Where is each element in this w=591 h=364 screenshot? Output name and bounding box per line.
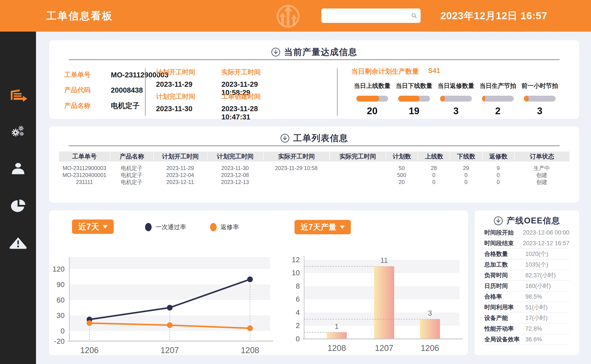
column-header: 订单状态	[514, 152, 569, 161]
metric-progress-fill	[440, 96, 445, 102]
table-cell: 2023-11-29 10:58	[263, 165, 329, 171]
svg-text:30: 30	[57, 312, 65, 319]
warning-icon	[8, 234, 28, 250]
legend-item: 返修率	[210, 223, 239, 231]
circled-down-arrow-icon	[493, 216, 503, 226]
metric-label: 前一小时节拍	[521, 82, 558, 90]
oee-row: 性能开动率72.8%	[484, 324, 569, 334]
table-cell: 0	[418, 179, 450, 185]
table-cell: 创建	[514, 179, 569, 186]
svg-text:1207: 1207	[375, 344, 393, 353]
field-label: 工单单号	[64, 70, 96, 79]
table-cell: 创建	[514, 172, 569, 179]
oee-row: 总加工数1035(个)	[484, 259, 569, 270]
sidebar-item-settings[interactable]	[8, 121, 28, 141]
time-field: 计划开工时间2023-11-29	[156, 68, 221, 89]
metric-value: 20	[367, 105, 378, 116]
daily-metric: 当日下线数量19	[393, 82, 435, 116]
table-cell: 2023-12-04	[153, 172, 207, 178]
table-cell: 2023-12-11	[153, 179, 207, 185]
oee-label: 时间利用率	[484, 303, 525, 311]
output-bar-chart: 0246810121113120812071206	[304, 256, 459, 339]
table-cell: 29	[450, 165, 482, 171]
table-cell: 500	[386, 172, 418, 178]
table-cell: 20	[386, 179, 418, 185]
table-row: MO-23120400001电机定子2023-12-042023-12-0850…	[59, 172, 569, 179]
card-title: 当前产量达成信息	[284, 46, 357, 58]
oee-value: 36.6%	[525, 336, 542, 343]
daily-metric: 当日返修数量3	[435, 82, 477, 116]
card-title: 产线OEE信息	[507, 215, 560, 226]
oee-row: 设备产能17(小时)	[484, 313, 569, 324]
sidebar-item-reports[interactable]	[8, 196, 28, 215]
time-value: 2023-11-30	[156, 105, 221, 113]
field-value: 电机定子	[111, 101, 140, 111]
circled-down-arrow-icon	[280, 133, 290, 143]
svg-text:0: 0	[296, 335, 300, 343]
svg-text:1208: 1208	[327, 344, 346, 353]
field-label: 产品名称	[64, 101, 96, 110]
oee-value: 98.5%	[525, 293, 542, 300]
logo-icon	[274, 3, 302, 30]
column-header: 上线数	[418, 152, 450, 161]
user-icon	[8, 160, 28, 176]
line-chart-legend: 一次通过率返修率	[145, 223, 239, 231]
metric-progress-fill	[524, 96, 529, 102]
search-input[interactable]	[326, 8, 411, 23]
column-header: 返修数	[482, 152, 514, 161]
table-cell: 50	[386, 165, 418, 171]
order-table-body: MO-23112900003电机定子2023-11-292023-11-3020…	[59, 165, 569, 185]
order-table: 工单单号产品名称计划开工时间计划完工时间实际开工时间实际完工时间计划数上线数下线…	[59, 151, 569, 185]
metric-progress-track	[524, 96, 556, 102]
column-header: 产品名称	[110, 152, 153, 161]
svg-text:1207: 1207	[160, 346, 179, 355]
divider	[337, 68, 338, 116]
oee-info-list: 时间段开始2023-12-06 00:00时间段结束2023-12-12 16:…	[484, 227, 569, 345]
time-label: 计划开工时间	[156, 68, 221, 77]
oee-row: 负荷时间82.37(小时)	[484, 270, 569, 281]
svg-text:2: 2	[296, 321, 300, 330]
oee-label: 日历时间	[484, 282, 525, 290]
table-cell: 0	[482, 179, 514, 185]
oee-value: 2023-12-12 16:57	[523, 240, 569, 247]
oee-label: 时间段结束	[484, 239, 523, 247]
svg-text:11: 11	[380, 256, 388, 264]
oee-label: 总加工数	[484, 261, 525, 268]
column-header: 计划开工时间	[153, 152, 207, 161]
svg-text:1206: 1206	[421, 344, 439, 353]
oee-label: 合格率	[484, 293, 525, 301]
table-cell: MO-23112900003	[59, 165, 110, 171]
svg-text:1: 1	[335, 322, 339, 331]
legend-dot	[145, 223, 152, 231]
search-icon[interactable]	[411, 11, 418, 20]
metric-value: 3	[453, 105, 458, 116]
bar-range-dropdown[interactable]: 近7天产量	[294, 220, 351, 234]
current-production-card: 当前产量达成信息 工单单号MO-23112900003产品代码20008438产…	[49, 40, 579, 119]
svg-text:-20: -20	[54, 337, 65, 345]
oee-value: 1020(个)	[525, 250, 548, 258]
app-title: 工单信息看板	[46, 0, 113, 32]
sidebar-item-users[interactable]	[8, 159, 28, 178]
svg-text:8: 8	[296, 282, 300, 290]
oee-row: 时间段结束2023-12-12 16:57	[484, 238, 569, 249]
oee-row: 全局设备效率36.6%	[484, 334, 569, 345]
svg-text:4: 4	[296, 308, 300, 317]
sidebar-item-work-orders[interactable]	[8, 86, 28, 106]
oee-value: 17(小时)	[525, 314, 548, 322]
table-cell: 电机定子	[110, 165, 153, 172]
work-order-icon	[8, 88, 28, 104]
metric-value: 2	[495, 105, 500, 116]
oee-label: 合格数量	[484, 250, 525, 258]
work-order-field: 产品名称电机定子	[64, 101, 140, 111]
time-label: 工单创建时间	[221, 92, 287, 101]
line-range-label: 近7天	[78, 221, 99, 232]
svg-text:1208: 1208	[241, 346, 259, 355]
order-table-header: 工单单号产品名称计划开工时间计划完工时间实际开工时间实际完工时间计划数上线数下线…	[59, 151, 569, 162]
daily-metric: 当日上线数量20	[351, 82, 393, 116]
charts-card: 近7天 一次通过率返修率 -200306090120120612071208 近…	[49, 210, 468, 355]
table-cell: 2023-11-29	[153, 165, 207, 171]
metric-progress-fill	[482, 96, 485, 102]
field-label: 产品代码	[64, 86, 96, 95]
sidebar-item-alerts[interactable]	[8, 233, 28, 252]
line-range-dropdown[interactable]: 近7天	[72, 220, 114, 234]
